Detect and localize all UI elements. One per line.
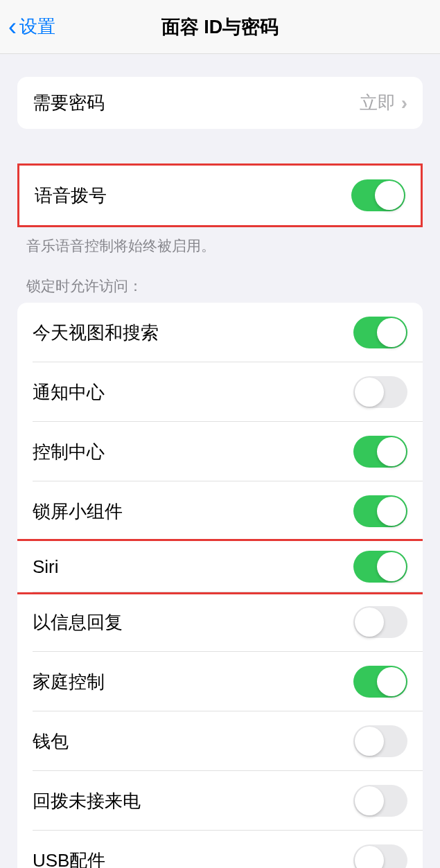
wallet-toggle[interactable] <box>353 725 407 757</box>
nav-bar: ‹ 设置 面容 ID与密码 <box>0 0 440 54</box>
group-lock-access: 今天视图和搜索 通知中心 控制中心 锁屏小组件 Siri <box>17 303 423 868</box>
siri-row: Siri <box>17 541 423 592</box>
return-missed-calls-toggle[interactable] <box>353 785 407 817</box>
voice-dial-row: 语音拨号 <box>19 166 421 225</box>
siri-label: Siri <box>33 556 59 578</box>
control-center-row: 控制中心 <box>17 422 423 481</box>
toggle-knob <box>355 727 384 756</box>
back-button[interactable]: ‹ 设置 <box>8 15 55 39</box>
notification-center-label: 通知中心 <box>33 380 105 405</box>
usb-accessories-toggle[interactable] <box>353 844 407 868</box>
require-passcode-row[interactable]: 需要密码 立即 › <box>17 77 423 129</box>
chevron-right-icon: › <box>401 92 407 114</box>
reply-with-message-label: 以信息回复 <box>33 610 123 635</box>
reply-with-message-toggle[interactable] <box>353 606 407 638</box>
toggle-knob <box>375 181 404 210</box>
chevron-left-icon: ‹ <box>8 15 17 39</box>
today-view-label: 今天视图和搜索 <box>33 321 159 345</box>
toggle-knob <box>377 552 406 581</box>
lockscreen-widgets-toggle[interactable] <box>353 495 407 527</box>
voice-dial-footer: 音乐语音控制将始终被启用。 <box>26 236 414 256</box>
require-passcode-label: 需要密码 <box>33 91 105 115</box>
back-label: 设置 <box>19 15 55 39</box>
home-control-toggle[interactable] <box>353 666 407 698</box>
return-missed-calls-row: 回拨未接来电 <box>17 771 423 831</box>
voice-dial-label: 语音拨号 <box>35 184 107 208</box>
home-control-row: 家庭控制 <box>17 652 423 711</box>
toggle-knob <box>355 378 384 407</box>
toggle-knob <box>377 437 406 466</box>
cell-right: 立即 › <box>360 91 407 115</box>
page-title: 面容 ID与密码 <box>161 15 279 39</box>
wallet-label: 钱包 <box>33 729 69 754</box>
group-require-passcode: 需要密码 立即 › <box>17 77 423 129</box>
wallet-row: 钱包 <box>17 711 423 771</box>
lockscreen-widgets-row: 锁屏小组件 <box>17 481 423 541</box>
toggle-knob <box>377 667 406 696</box>
notification-center-toggle[interactable] <box>353 376 407 408</box>
usb-accessories-label: USB配件 <box>33 849 105 868</box>
lock-access-header: 锁定时允许访问： <box>26 276 414 296</box>
toggle-knob <box>355 786 384 815</box>
today-view-toggle[interactable] <box>353 317 407 348</box>
today-view-row: 今天视图和搜索 <box>17 303 423 362</box>
require-passcode-value: 立即 <box>360 91 396 115</box>
notification-center-row: 通知中心 <box>17 362 423 422</box>
lockscreen-widgets-label: 锁屏小组件 <box>33 499 123 524</box>
toggle-knob <box>355 608 384 637</box>
return-missed-calls-label: 回拨未接来电 <box>33 789 141 813</box>
usb-accessories-row: USB配件 <box>17 831 423 868</box>
siri-toggle[interactable] <box>353 551 407 583</box>
reply-with-message-row: 以信息回复 <box>17 592 423 652</box>
toggle-knob <box>377 497 406 526</box>
toggle-knob <box>377 318 406 347</box>
toggle-knob <box>355 846 384 868</box>
home-control-label: 家庭控制 <box>33 670 105 694</box>
control-center-toggle[interactable] <box>353 436 407 468</box>
group-voice-dial: 语音拨号 <box>17 163 423 227</box>
control-center-label: 控制中心 <box>33 440 105 464</box>
voice-dial-toggle[interactable] <box>351 179 405 211</box>
